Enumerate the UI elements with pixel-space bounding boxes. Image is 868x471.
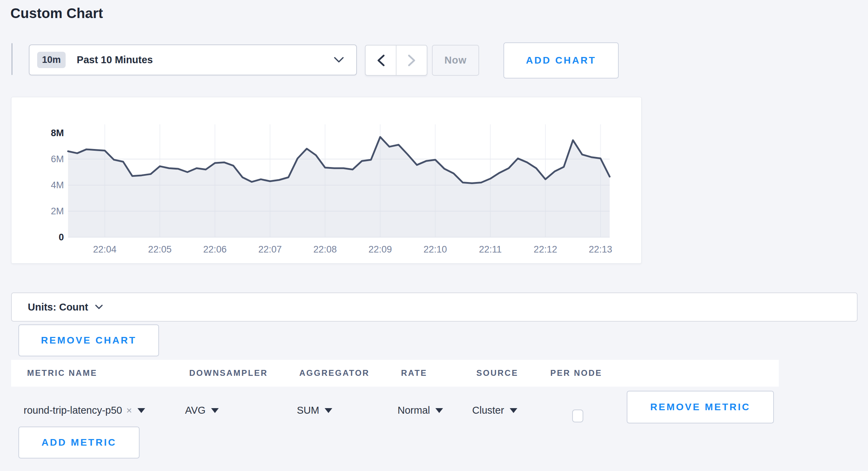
- chart-card: 02M4M6M8M22:0422:0522:0622:0722:0822:092…: [11, 97, 642, 264]
- remove-metric-button[interactable]: REMOVE METRIC: [627, 391, 774, 423]
- metrics-table-header: METRIC NAME DOWNSAMPLER AGGREGATOR RATE …: [11, 360, 779, 387]
- aggregator-value: SUM: [297, 405, 319, 416]
- caret-down-icon: [435, 408, 443, 413]
- x-tick-label: 22:13: [589, 244, 612, 255]
- header-rate: RATE: [401, 368, 427, 378]
- y-tick-label: 4M: [51, 180, 64, 190]
- add-chart-button[interactable]: ADD CHART: [503, 42, 619, 78]
- x-tick-label: 22:06: [203, 244, 227, 255]
- header-per-node: PER NODE: [550, 368, 602, 378]
- per-node-checkbox[interactable]: [572, 410, 583, 422]
- x-tick-label: 22:09: [368, 244, 392, 255]
- remove-chart-button[interactable]: REMOVE CHART: [18, 324, 159, 356]
- x-tick-label: 22:12: [534, 244, 557, 255]
- prev-time-button[interactable]: [366, 46, 396, 75]
- caret-down-icon: [510, 408, 517, 413]
- now-button[interactable]: Now: [432, 45, 479, 76]
- y-tick-label: 0: [59, 232, 64, 242]
- metric-name-select[interactable]: round-trip-latency-p50 ×: [24, 405, 145, 416]
- time-nav-group: [365, 45, 427, 76]
- rate-value: Normal: [398, 405, 430, 416]
- time-window-badge: 10m: [37, 52, 66, 68]
- chevron-down-icon: [95, 305, 103, 309]
- caret-down-icon: [211, 408, 219, 413]
- caret-down-icon: [325, 408, 332, 413]
- downsampler-value: AVG: [185, 405, 206, 416]
- chevron-left-icon: [377, 55, 385, 66]
- units-dropdown[interactable]: Units: Count: [11, 292, 858, 322]
- aggregator-select[interactable]: SUM: [297, 405, 332, 416]
- page-title: Custom Chart: [10, 6, 103, 21]
- x-tick-label: 22:04: [93, 244, 117, 255]
- custom-chart-page: Custom Chart 10m Past 10 Minutes Now ADD…: [0, 0, 868, 471]
- units-label: Units: Count: [28, 301, 88, 313]
- header-aggregator: AGGREGATOR: [299, 368, 369, 378]
- chevron-down-icon: [334, 57, 344, 63]
- source-value: Cluster: [472, 405, 504, 416]
- x-tick-label: 22:11: [479, 244, 502, 255]
- caret-down-icon: [137, 408, 145, 413]
- source-select[interactable]: Cluster: [472, 405, 517, 416]
- y-tick-label: 6M: [51, 154, 64, 164]
- series-area: [68, 137, 610, 237]
- x-tick-label: 22:10: [424, 244, 447, 255]
- next-time-button[interactable]: [396, 46, 427, 75]
- rate-select[interactable]: Normal: [398, 405, 443, 416]
- x-tick-label: 22:08: [314, 244, 337, 255]
- metric-name-value: round-trip-latency-p50: [24, 405, 122, 416]
- chevron-right-icon: [408, 55, 416, 66]
- timeseries-chart: 02M4M6M8M22:0422:0522:0622:0722:0822:092…: [11, 97, 641, 263]
- downsampler-select[interactable]: AVG: [185, 405, 219, 416]
- y-tick-label: 2M: [51, 206, 64, 216]
- y-tick-label: 8M: [51, 128, 64, 138]
- toolbar-divider: [11, 43, 12, 75]
- custom-chart-svg: 02M4M6M8M22:0422:0522:0622:0722:0822:092…: [11, 97, 641, 263]
- time-window-label: Past 10 Minutes: [77, 54, 153, 66]
- clear-metric-icon[interactable]: ×: [126, 405, 132, 416]
- header-metric-name: METRIC NAME: [27, 368, 97, 378]
- add-metric-button[interactable]: ADD METRIC: [18, 427, 140, 458]
- x-tick-label: 22:05: [148, 244, 172, 255]
- header-downsampler: DOWNSAMPLER: [189, 368, 268, 378]
- header-source: SOURCE: [476, 368, 518, 378]
- x-tick-label: 22:07: [258, 244, 282, 255]
- time-window-dropdown[interactable]: 10m Past 10 Minutes: [29, 44, 357, 75]
